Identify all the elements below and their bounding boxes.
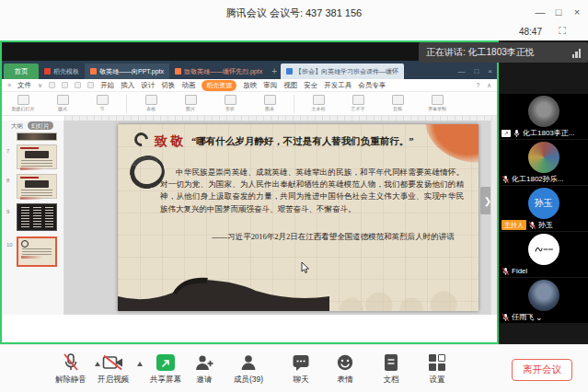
document-icon bbox=[384, 353, 398, 372]
undo-icon[interactable] bbox=[75, 82, 81, 88]
minimize-button[interactable]: — bbox=[533, 6, 548, 18]
menu-file[interactable]: 文件 bbox=[17, 81, 31, 90]
docer-resources-button[interactable]: 稻壳资源 bbox=[202, 80, 236, 91]
tool-layout[interactable]: 版式 bbox=[47, 94, 78, 111]
chat-icon bbox=[292, 353, 310, 372]
docer-doc-icon bbox=[44, 68, 51, 75]
ink-circle-small bbox=[132, 130, 151, 149]
wps-tab-home[interactable]: 首页 bbox=[4, 63, 39, 79]
close-button[interactable]: × bbox=[570, 6, 584, 18]
wps-maximize-button[interactable]: □ bbox=[469, 63, 483, 79]
tab-outline[interactable]: 大纲 bbox=[11, 122, 23, 131]
tool-screen-record[interactable]: 屏幕录制 bbox=[421, 94, 453, 111]
docs-button[interactable]: 文档 bbox=[365, 352, 417, 386]
tool-table[interactable]: 表格 bbox=[135, 94, 167, 111]
wps-tab-document-2[interactable]: 致敬英雄——缅怀先烈.pptx bbox=[169, 63, 268, 79]
window-title: 腾讯会议 会议号: 437 381 156 bbox=[0, 6, 588, 20]
slide-thumbnail-panel: 大纲 幻灯片 7 8 9 10 bbox=[2, 121, 64, 315]
wps-tab-docer[interactable]: 稻壳模板 bbox=[39, 63, 85, 79]
fullscreen-icon[interactable]: ⛶ bbox=[559, 25, 566, 37]
wps-close-button[interactable]: × bbox=[483, 63, 497, 79]
wps-tab-external-doc[interactable]: 【班会】向英雄学习班会课件—缅怀 bbox=[281, 63, 404, 79]
menu-member[interactable]: 会员专享 bbox=[358, 81, 386, 90]
chevron-down-icon[interactable]: ⌄ bbox=[536, 314, 543, 321]
menu-transition[interactable]: 切换 bbox=[161, 81, 175, 90]
participant-tile[interactable]: 任雨飞 ⌄ bbox=[499, 278, 588, 324]
wps-minimize-button[interactable]: — bbox=[453, 63, 469, 79]
tencent-meeting-window: 腾讯会议 会议号: 437 381 156 — □ × 48:47 ⛶ 正在讲话… bbox=[0, 0, 588, 392]
table-icon bbox=[145, 95, 157, 105]
screen-record-icon bbox=[432, 95, 444, 105]
settings-grid-icon bbox=[429, 354, 445, 371]
new-slide-icon bbox=[17, 95, 29, 105]
members-button[interactable]: 成员(39) bbox=[223, 352, 274, 386]
participant-tile[interactable]: 孙玉 主持人 孙玉 bbox=[499, 186, 588, 232]
thumb-number: 7 bbox=[6, 148, 9, 154]
tool-wordart[interactable]: 艺术字 bbox=[342, 94, 374, 111]
menu-insert[interactable]: 插入 bbox=[121, 81, 134, 90]
participant-name: 化工1803李正... bbox=[523, 128, 574, 138]
menu-animation[interactable]: 动画 bbox=[181, 81, 195, 90]
avatar-initials: 孙玉 bbox=[528, 188, 559, 219]
camera-muted-icon bbox=[102, 354, 124, 371]
ppt-doc-icon bbox=[90, 68, 97, 75]
slide-title-badge: 致敬 bbox=[155, 133, 186, 150]
help-icon[interactable]: ？ bbox=[475, 81, 481, 90]
menu-start[interactable]: 开始 bbox=[100, 81, 114, 90]
mic-muted-icon bbox=[502, 175, 510, 184]
slide-quote: “哪有什么岁月静好，不过是有人替我们负重前行。” bbox=[191, 135, 467, 148]
participant-tile[interactable]: ↗ 化工1803李正... bbox=[499, 94, 588, 140]
tool-section[interactable]: 节 bbox=[86, 94, 118, 111]
mic-muted-icon bbox=[502, 313, 510, 322]
tool-new-slide[interactable]: 新建幻灯片 bbox=[7, 94, 39, 111]
participant-tile[interactable]: Fidel bbox=[499, 232, 588, 278]
tool-image[interactable]: 图片 bbox=[175, 94, 206, 111]
menu-security[interactable]: 安全 bbox=[304, 81, 317, 90]
slide-canvas: 致敬 “哪有什么岁月静好，不过是有人替我们负重前行。” 中华民族是崇尚英雄、成就… bbox=[64, 121, 497, 315]
settings-button[interactable]: 设置 bbox=[411, 352, 463, 386]
print-icon[interactable] bbox=[62, 82, 68, 88]
menu-devtools[interactable]: 开发工具 bbox=[324, 81, 352, 90]
new-tab-button[interactable]: + bbox=[268, 63, 281, 79]
word-doc-icon bbox=[286, 68, 293, 75]
menu-slideshow[interactable]: 放映 bbox=[243, 81, 257, 90]
host-badge: 主持人 bbox=[502, 220, 526, 230]
share-screen-active-icon bbox=[156, 354, 175, 371]
tool-chart[interactable]: 图表 bbox=[254, 94, 285, 111]
slide-thumbnail-10-selected[interactable] bbox=[17, 236, 57, 267]
tool-shape[interactable]: 形状 bbox=[214, 94, 246, 111]
vertical-scrollbar[interactable] bbox=[490, 121, 497, 315]
emoji-icon bbox=[336, 353, 354, 372]
avatar bbox=[528, 280, 559, 311]
shape-icon bbox=[225, 95, 236, 105]
tool-audio[interactable]: 音频 bbox=[382, 94, 413, 111]
thumb-number: 10 bbox=[6, 242, 13, 248]
participant-tile[interactable]: 化工1802孙乐... bbox=[499, 140, 588, 186]
slide-thumbnail-partial[interactable] bbox=[17, 133, 57, 141]
leave-meeting-button[interactable]: 离开会议 bbox=[512, 359, 572, 381]
tab-slides[interactable]: 幻灯片 bbox=[28, 121, 53, 130]
maximize-button[interactable]: □ bbox=[551, 6, 566, 18]
file-caret-icon: ∨ bbox=[38, 82, 42, 89]
menu-design[interactable]: 设计 bbox=[141, 81, 155, 90]
thumb-number: 9 bbox=[6, 209, 9, 214]
wps-tab-document-1[interactable]: 敬英雄——向PPT.pptx bbox=[85, 63, 169, 79]
slide-thumbnail-9[interactable] bbox=[17, 203, 57, 231]
menu-review[interactable]: 审阅 bbox=[263, 81, 277, 90]
cloud-pattern-graphic bbox=[333, 291, 471, 311]
start-video-button[interactable]: 开启视频 bbox=[87, 352, 139, 386]
mic-muted-icon bbox=[502, 267, 510, 276]
chart-icon bbox=[264, 95, 276, 105]
collapse-ribbon-icon[interactable]: ∧ bbox=[487, 82, 491, 89]
tool-textbox[interactable]: 文本框 bbox=[303, 94, 334, 111]
emoji-button[interactable]: 表情 bbox=[319, 352, 371, 386]
current-slide[interactable]: 致敬 “哪有什么岁月静好，不过是有人替我们负重前行。” 中华民族是崇尚英雄、成就… bbox=[118, 124, 478, 311]
slide-thumbnail-8[interactable] bbox=[17, 174, 57, 199]
wps-content-area: 大纲 幻灯片 7 8 9 10 bbox=[2, 121, 497, 315]
save-icon[interactable] bbox=[49, 82, 55, 88]
hamburger-icon[interactable]: ≡ bbox=[7, 82, 11, 88]
participant-name: 任雨飞 bbox=[512, 312, 534, 322]
menu-view[interactable]: 视图 bbox=[283, 81, 297, 90]
redo-icon[interactable] bbox=[87, 82, 94, 88]
slide-thumbnail-7[interactable] bbox=[17, 144, 57, 169]
